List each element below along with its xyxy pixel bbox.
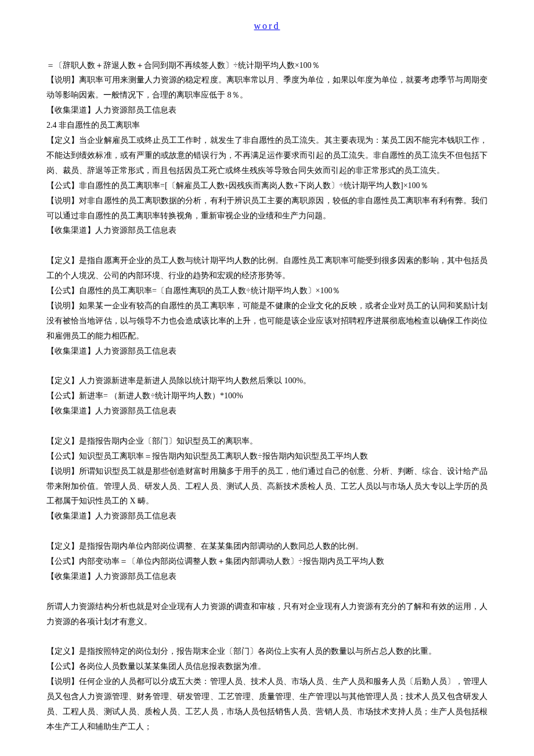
body-paragraph: 【说明】如果某一企业有较高的自愿性的员工离职率，可能是不健康的企业文化的反映，或… [46, 298, 488, 344]
paragraph-spacer [46, 358, 488, 373]
body-paragraph: 【说明】所谓知识型员工就是那些创造财富时用脑多于用手的员工，他们通过自己的创意、… [46, 464, 488, 509]
body-paragraph: ＝〔辞职人数＋辞退人数＋合同到期不再续签人数〕÷统计期平均人数×100％ [46, 58, 488, 73]
paragraph-spacer [46, 419, 488, 434]
body-paragraph: 【收集渠道】人力资源部员工信息表 [46, 569, 488, 584]
paragraph-spacer [46, 629, 488, 644]
body-paragraph: 【收集渠道】人力资源部员工信息表 [46, 509, 488, 524]
body-paragraph: 所谓人力资源结构分析也就是对企业现有人力资源的调查和审核，只有对企业现有人力资源… [46, 599, 488, 629]
paragraph-spacer [46, 238, 488, 253]
body-paragraph: 【收集渠道】人力资源部员工信息表 [46, 344, 488, 359]
document-page: word ＝〔辞职人数＋辞退人数＋合同到期不再续签人数〕÷统计期平均人数×100… [0, 0, 534, 756]
document-body: ＝〔辞职人数＋辞退人数＋合同到期不再续签人数〕÷统计期平均人数×100％ 【说明… [46, 58, 488, 735]
body-paragraph: 【定义】是指报告期内企业〔部门〕知识型员工的离职率。 [46, 434, 488, 449]
body-paragraph: 【公式】内部变动率＝〔单位内部岗位调整人数＋集团内部调动人数〕÷报告期内员工平均… [46, 554, 488, 569]
body-paragraph: 【收集渠道】人力资源部员工信息表 [46, 404, 488, 419]
body-paragraph: 【说明】离职率可用来测量人力资源的稳定程度。离职率常以月、季度为单位，如果以年度… [46, 73, 488, 103]
body-paragraph: 【定义】是指自愿离开企业的员工人数与统计期平均人数的比例。自愿性员工离职率可能受… [46, 253, 488, 283]
body-paragraph: 【说明】任何企业的人员都可以分成五大类：管理人员、技术人员、市场人员、生产人员和… [46, 674, 488, 735]
body-paragraph: 【收集渠道】人力资源部员工信息表 [46, 103, 488, 118]
body-paragraph: 【定义】人力资源新进率是新进人员除以统计期平均人数然后乘以 100%。 [46, 373, 488, 388]
paragraph-spacer [46, 584, 488, 599]
body-paragraph: 【公式】知识型员工离职率＝报告期内知识型员工离职人数÷报告期内知识型员工平均人数 [46, 449, 488, 464]
body-paragraph: 【公式】各岗位人员数量以某某集团人员信息报表数据为准。 [46, 659, 488, 674]
body-paragraph: 【公式】新进率= （新进人数÷统计期平均人数）*100% [46, 388, 488, 404]
header-word-link[interactable]: word [254, 21, 280, 31]
body-paragraph: 【收集渠道】人力资源部员工信息表 [46, 223, 488, 238]
page-footer: 4 / 12 [46, 752, 488, 756]
paragraph-spacer [46, 524, 488, 539]
body-paragraph: 【说明】对非自愿性的员工离职数据的分析，有利于辨识员工主要的离职原因，较低的非自… [46, 193, 488, 224]
body-paragraph: 【公式】非自愿性的员工离职率=[〔解雇员工人数+因残疾而离岗人数+下岗人数〕÷统… [46, 178, 488, 193]
body-paragraph: 【定义】当企业解雇员工或终止员工工作时，就发生了非自愿性的员工流失。其主要表现为… [46, 133, 488, 178]
body-paragraph: 【公式】自愿性的员工离职率=〔自愿性离职的员工人数÷统计期平均人数〕×100％ [46, 283, 488, 298]
body-paragraph: 【定义】是指报告期内单位内部岗位调整、在某某集团内部调动的人数同总人数的比例。 [46, 539, 488, 554]
body-paragraph: 2.4 非自愿性的员工离职率 [46, 118, 488, 133]
header-link-container: word [46, 17, 488, 35]
body-paragraph: 【定义】是指按照特定的岗位划分，报告期末企业〔部门〕各岗位上实有人员的数量以与所… [46, 644, 488, 659]
